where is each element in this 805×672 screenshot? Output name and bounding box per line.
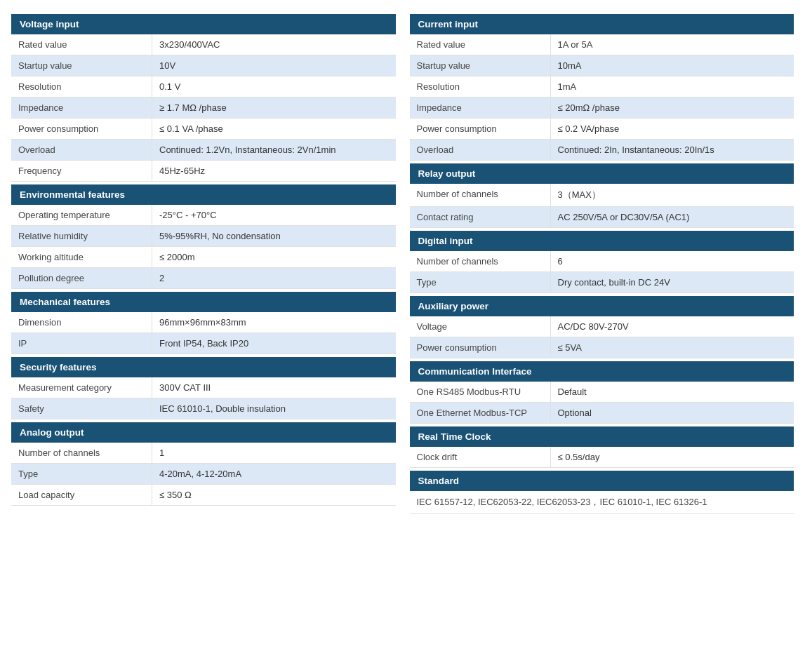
cell-label: Impedance: [410, 98, 550, 118]
cell-label: Number of channels: [410, 184, 550, 206]
auxiliary-power-header: Auxiliary power: [410, 296, 794, 316]
cell-label: Clock drift: [410, 447, 550, 467]
table-row: Number of channels 1: [11, 443, 396, 464]
environmental-header: Environmental features: [11, 184, 396, 205]
cell-label: Type: [11, 464, 152, 484]
auxiliary-power-section: Auxiliary power Voltage AC/DC 80V-270V P…: [410, 296, 794, 358]
table-row: Safety IEC 61010-1, Double insulation: [11, 398, 396, 419]
table-row: Working altitude ≤ 2000m: [11, 247, 396, 268]
cell-label: Rated value: [11, 34, 152, 55]
table-row: Rated value 3x230/400VAC: [11, 34, 396, 55]
cell-value: ≤ 5VA: [550, 337, 794, 358]
cell-value: 1mA: [550, 76, 794, 97]
cell-value: Dry contact, built-in DC 24V: [550, 272, 794, 293]
table-row: Power consumption ≤ 5VA: [410, 337, 794, 358]
cell-value: Default: [550, 382, 794, 402]
cell-label: Overload: [11, 140, 152, 160]
rtc-section: Real Time Clock Clock drift ≤ 0.5s/day: [410, 426, 794, 468]
table-row: Relative humidity 5%-95%RH, No condensat…: [11, 226, 396, 247]
mechanical-header: Mechanical features: [11, 292, 396, 312]
voltage-input-section: Voltage input Rated value 3x230/400VAC S…: [11, 14, 396, 182]
table-row: Operating temperature -25°C - +70°C: [11, 205, 396, 226]
cell-label: Number of channels: [410, 251, 550, 271]
cell-value: 3（MAX）: [550, 184, 794, 206]
mechanical-rows: Dimension 96mm×96mm×83mm IP Front IP54, …: [11, 312, 396, 354]
table-row: Power consumption ≤ 0.2 VA/phase: [410, 119, 794, 140]
cell-value: ≤ 0.1 VA /phase: [152, 119, 396, 139]
table-row: Startup value 10mA: [410, 55, 794, 76]
cell-value: ≤ 0.5s/day: [550, 447, 794, 467]
cell-value: ≤ 2000m: [152, 247, 396, 267]
cell-value: IEC 61010-1, Double insulation: [152, 398, 396, 419]
security-rows: Measurement category 300V CAT III Safety…: [11, 377, 396, 419]
cell-value: Optional: [550, 403, 794, 423]
cell-value: ≤ 350 Ω: [152, 485, 396, 505]
cell-label: Contact rating: [410, 207, 550, 227]
cell-label: Resolution: [410, 76, 550, 97]
table-row: Overload Continued: 1.2Vn, Instantaneous…: [11, 140, 396, 161]
analog-rows: Number of channels 1 Type 4-20mA, 4-12-2…: [11, 443, 396, 506]
cell-value: 5%-95%RH, No condensation: [152, 226, 396, 246]
table-row: Type Dry contact, built-in DC 24V: [410, 272, 794, 293]
cell-label: One Ethernet Modbus-TCP: [410, 403, 550, 423]
cell-label: Number of channels: [11, 443, 152, 463]
cell-label: Overload: [410, 140, 550, 160]
cell-value: 10V: [152, 55, 396, 76]
table-row: Startup value 10V: [11, 55, 396, 76]
cell-label: Relative humidity: [11, 226, 152, 246]
table-row: One RS485 Modbus-RTU Default: [410, 382, 794, 403]
voltage-input-header: Voltage input: [11, 14, 396, 34]
rtc-rows: Clock drift ≤ 0.5s/day: [410, 447, 794, 468]
cell-label: Dimension: [11, 312, 152, 332]
table-row: Number of channels 6: [410, 251, 794, 272]
communication-header: Communication Interface: [410, 361, 794, 382]
cell-value: AC/DC 80V-270V: [550, 316, 794, 337]
table-row: One Ethernet Modbus-TCP Optional: [410, 403, 794, 424]
table-row: Resolution 1mA: [410, 76, 794, 98]
cell-value: 4-20mA, 4-12-20mA: [152, 464, 396, 484]
cell-value: 1A or 5A: [550, 34, 794, 55]
table-row: Number of channels 3（MAX）: [410, 184, 794, 207]
current-input-section: Current input Rated value 1A or 5A Start…: [410, 14, 794, 161]
cell-label: Pollution degree: [11, 268, 152, 288]
cell-label: Rated value: [410, 34, 550, 55]
cell-value: ≤ 0.2 VA/phase: [550, 119, 794, 139]
security-header: Security features: [11, 357, 396, 377]
digital-input-header: Digital input: [410, 231, 794, 251]
standard-value: IEC 61557-12, IEC62053-22, IEC62053-23，I…: [410, 491, 794, 514]
relay-output-section: Relay output Number of channels 3（MAX） C…: [410, 163, 794, 228]
cell-label: Frequency: [11, 161, 152, 181]
cell-label: Working altitude: [11, 247, 152, 267]
cell-label: Load capacity: [11, 485, 152, 505]
table-row: Resolution 0.1 V: [11, 76, 396, 98]
cell-value: 45Hz-65Hz: [152, 161, 396, 181]
cell-label: Resolution: [11, 76, 152, 97]
cell-value: 1: [152, 443, 396, 463]
table-row: Dimension 96mm×96mm×83mm: [11, 312, 396, 333]
table-row: Contact rating AC 250V/5A or DC30V/5A (A…: [410, 207, 794, 228]
table-row: Power consumption ≤ 0.1 VA /phase: [11, 119, 396, 140]
table-row: Pollution degree 2: [11, 268, 396, 289]
cell-label: Measurement category: [11, 377, 152, 398]
cell-label: IP: [11, 333, 152, 354]
mechanical-section: Mechanical features Dimension 96mm×96mm×…: [11, 292, 396, 354]
table-row: Voltage AC/DC 80V-270V: [410, 316, 794, 337]
table-row: Type 4-20mA, 4-12-20mA: [11, 464, 396, 485]
analog-output-header: Analog output: [11, 422, 396, 443]
security-section: Security features Measurement category 3…: [11, 357, 396, 419]
digital-input-section: Digital input Number of channels 6 Type …: [410, 231, 794, 293]
cell-value: ≤ 20mΩ /phase: [550, 98, 794, 118]
digital-input-rows: Number of channels 6 Type Dry contact, b…: [410, 251, 794, 293]
table-row: Impedance ≥ 1.7 MΩ /phase: [11, 98, 396, 119]
cell-value: Front IP54, Back IP20: [152, 333, 396, 354]
cell-label: Safety: [11, 398, 152, 419]
cell-value: 2: [152, 268, 396, 288]
cell-value: 0.1 V: [152, 76, 396, 97]
table-row: Impedance ≤ 20mΩ /phase: [410, 98, 794, 119]
cell-value: 6: [550, 251, 794, 271]
table-row: Load capacity ≤ 350 Ω: [11, 485, 396, 506]
communication-section: Communication Interface One RS485 Modbus…: [410, 361, 794, 424]
environmental-rows: Operating temperature -25°C - +70°C Rela…: [11, 205, 396, 289]
left-column: Voltage input Rated value 3x230/400VAC S…: [11, 11, 396, 514]
cell-value: -25°C - +70°C: [152, 205, 396, 225]
